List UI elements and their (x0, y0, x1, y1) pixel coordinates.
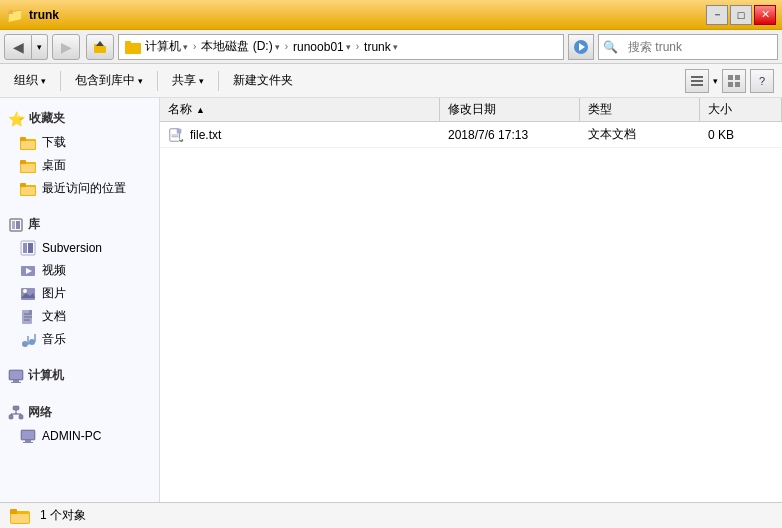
file-list-header: 名称 ▲ 修改日期 类型 大小 (160, 98, 782, 122)
svg-rect-46 (11, 382, 21, 383)
view-details-button[interactable] (685, 69, 709, 93)
path-segment-1: 计算机 ▾ (145, 38, 188, 55)
path-segment-2: 本地磁盘 (D:) ▾ (201, 38, 279, 55)
col-header-name[interactable]: 名称 ▲ (160, 98, 440, 121)
sidebar-item-admin-pc[interactable]: ADMIN-PC (0, 425, 159, 447)
path-dropdown-1[interactable]: ▾ (183, 42, 188, 52)
minimize-button[interactable]: － (706, 5, 728, 25)
window-icon: 📁 (6, 7, 23, 23)
sidebar-item-video-label: 视频 (42, 262, 66, 279)
library-label: 库 (28, 216, 40, 233)
include-library-button[interactable]: 包含到库中 ▾ (69, 69, 149, 92)
network-label: 网络 (28, 404, 52, 421)
organize-button[interactable]: 组织 ▾ (8, 69, 52, 92)
sidebar-item-music[interactable]: 音乐 (0, 328, 159, 351)
sidebar-network-header[interactable]: 网络 (0, 400, 159, 425)
folder-icon (20, 158, 36, 174)
share-button[interactable]: 共享 ▾ (166, 69, 210, 92)
search-input[interactable] (622, 40, 782, 54)
pictures-icon (20, 286, 36, 302)
main-area: ⭐ 收藏夹 下载 桌面 (0, 98, 782, 502)
svg-rect-19 (21, 164, 35, 172)
up-button[interactable] (86, 34, 114, 60)
sidebar-item-video[interactable]: 视频 (0, 259, 159, 282)
library-icon (8, 217, 24, 233)
back-button[interactable]: ◀ (4, 34, 32, 60)
sidebar-item-recent[interactable]: 最近访问的位置 (0, 177, 159, 200)
svg-rect-12 (728, 82, 733, 87)
sidebar-item-subversion[interactable]: Subversion (0, 237, 159, 259)
svg-rect-24 (12, 221, 15, 229)
view-large-button[interactable] (722, 69, 746, 93)
toolbar-right: ▾ ? (685, 69, 774, 93)
address-go-button[interactable] (568, 34, 594, 60)
svg-rect-57 (25, 440, 31, 442)
back-dropdown[interactable]: ▾ (32, 34, 48, 60)
svg-point-39 (22, 341, 28, 347)
sidebar-item-subversion-label: Subversion (42, 241, 102, 255)
search-icon: 🔍 (599, 40, 622, 54)
status-bar: 1 个对象 (0, 502, 782, 528)
col-header-size[interactable]: 大小 (700, 98, 782, 121)
svg-rect-9 (691, 84, 703, 86)
sidebar-computer-section: 计算机 (0, 363, 159, 388)
col-header-type[interactable]: 类型 (580, 98, 700, 121)
organize-dropdown-icon: ▾ (41, 76, 46, 86)
sidebar-spacer-2 (0, 355, 159, 363)
sidebar-favorites-header[interactable]: ⭐ 收藏夹 (0, 106, 159, 131)
svg-rect-66 (10, 509, 17, 514)
sidebar-network-section: 网络 ADMIN-PC (0, 400, 159, 447)
svg-marker-2 (96, 41, 104, 46)
svg-rect-45 (13, 380, 19, 382)
sidebar-item-documents[interactable]: 文档 (0, 305, 159, 328)
toolbar: 组织 ▾ 包含到库中 ▾ 共享 ▾ 新建文件夹 ▾ (0, 64, 782, 98)
address-path[interactable]: 计算机 ▾ › 本地磁盘 (D:) ▾ › runoob01 ▾ › trunk… (118, 34, 564, 60)
file-list: 名称 ▲ 修改日期 类型 大小 (160, 98, 782, 502)
sidebar-item-pictures[interactable]: 图片 (0, 282, 159, 305)
computer-icon (8, 368, 24, 384)
path-dropdown-3[interactable]: ▾ (346, 42, 351, 52)
sort-indicator: ▲ (196, 105, 205, 115)
documents-icon (20, 309, 36, 325)
forward-button[interactable]: ▶ (52, 34, 80, 60)
video-icon (20, 263, 36, 279)
network-icon (8, 405, 24, 421)
path-dropdown-2[interactable]: ▾ (275, 42, 280, 52)
sidebar-computer-header[interactable]: 计算机 (0, 363, 159, 388)
col-header-date[interactable]: 修改日期 (440, 98, 580, 121)
sidebar-item-desktop[interactable]: 桌面 (0, 154, 159, 177)
search-box[interactable]: 🔍 (598, 34, 778, 60)
path-dropdown-4[interactable]: ▾ (393, 42, 398, 52)
sidebar-item-downloads[interactable]: 下载 (0, 131, 159, 154)
sidebar-favorites-section: ⭐ 收藏夹 下载 桌面 (0, 106, 159, 200)
svg-rect-21 (20, 183, 26, 187)
svg-rect-10 (728, 75, 733, 80)
svg-rect-48 (13, 406, 19, 410)
sidebar-item-downloads-label: 下载 (42, 134, 66, 151)
file-name-cell: file.txt (160, 122, 440, 147)
svg-rect-16 (21, 141, 35, 149)
table-row[interactable]: file.txt 2018/7/6 17:13 文本文档 0 KB (160, 122, 782, 148)
svg-rect-58 (23, 442, 33, 443)
close-button[interactable]: ✕ (754, 5, 776, 25)
maximize-button[interactable]: □ (730, 5, 752, 25)
svg-rect-8 (691, 80, 703, 82)
help-button[interactable]: ? (750, 69, 774, 93)
folder-icon (20, 135, 36, 151)
view-dropdown-icon[interactable]: ▾ (713, 76, 718, 86)
svg-rect-28 (28, 243, 33, 253)
star-icon: ⭐ (8, 111, 25, 127)
sidebar-item-admin-pc-label: ADMIN-PC (42, 429, 101, 443)
toolbar-separator-1 (60, 71, 61, 91)
sidebar-item-desktop-label: 桌面 (42, 157, 66, 174)
svg-rect-50 (19, 415, 23, 419)
toolbar-separator-2 (157, 71, 158, 91)
new-folder-button[interactable]: 新建文件夹 (227, 69, 299, 92)
svg-rect-25 (16, 221, 20, 229)
svg-rect-27 (23, 243, 27, 253)
svg-point-32 (23, 289, 27, 293)
sidebar-library-header[interactable]: 库 (0, 212, 159, 237)
svg-rect-13 (735, 82, 740, 87)
file-date-cell: 2018/7/6 17:13 (440, 122, 580, 147)
file-icon (168, 127, 184, 143)
